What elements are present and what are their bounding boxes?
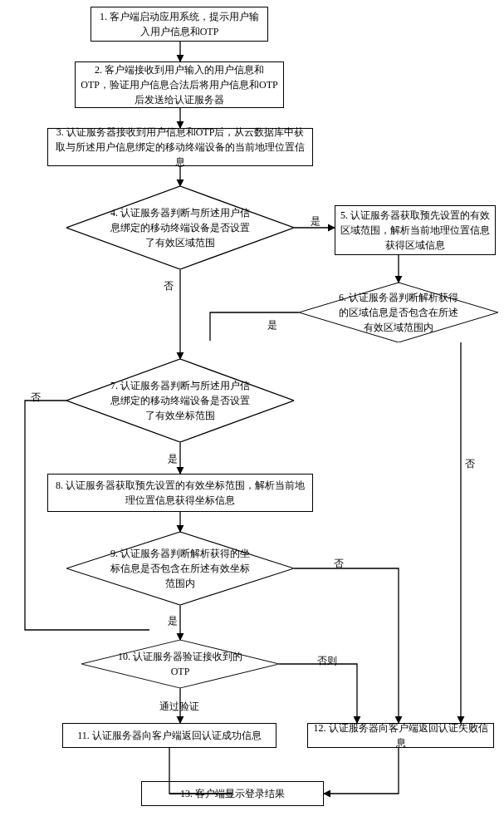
node-2-text: 2. 客户端接收到用户输入的用户信息和OTP，验证用户信息合法后将用户信息和OT…	[81, 62, 278, 107]
label-4-yes: 是	[309, 214, 322, 229]
node-11-text: 11. 认证服务器向客户端返回认证成功信息	[77, 728, 262, 743]
node-2: 2. 客户端接收到用户输入的用户信息和OTP，验证用户信息合法后将用户信息和OT…	[75, 61, 284, 108]
node-6-text: 6. 认证服务器判断解析获得的区域信息是否包含在所述有效区域范围内	[335, 290, 462, 335]
label-4-no: 否	[162, 279, 175, 293]
node-11: 11. 认证服务器向客户端返回认证成功信息	[62, 723, 276, 748]
node-3: 3. 认证服务器接收到用户信息和OTP后，从云数据库中获取与所述用户信息绑定的移…	[47, 128, 313, 166]
label-6-yes: 是	[266, 318, 279, 332]
node-1-text: 1. 客户端启动应用系统，提示用户输入用户信息和OTP	[96, 9, 262, 39]
label-9-no: 否	[332, 557, 345, 571]
node-3-text: 3. 认证服务器接收到用户信息和OTP后，从云数据库中获取与所述用户信息绑定的移…	[53, 125, 307, 170]
node-13: 13. 客户端显示登录结果	[141, 781, 324, 806]
node-1: 1. 客户端启动应用系统，提示用户输入用户信息和OTP	[91, 7, 268, 42]
node-4: 4. 认证服务器判断与所述用户信息绑定的移动终端设备是否设置了有效区域范围	[66, 186, 294, 269]
node-5-text: 5. 认证服务器获取预先设置的有效区域范围，解析当前地理位置信息获得区域信息	[340, 208, 490, 253]
label-9-yes: 是	[166, 614, 179, 628]
node-9-text: 9. 认证服务器判断解析获得的坐标信息是否包含在所述有效坐标范围内	[107, 546, 252, 591]
node-12-text: 12. 认证服务器向客户端返回认证失败信息	[313, 720, 488, 750]
node-9: 9. 认证服务器判断解析获得的坐标信息是否包含在所述有效坐标范围内	[66, 532, 294, 605]
node-13-text: 13. 客户端显示登录结果	[180, 786, 285, 801]
node-4-text: 4. 认证服务器判断与所述用户信息绑定的移动终端设备是否设置了有效区域范围	[107, 205, 252, 250]
node-10-text: 10. 认证服务器验证接收到的OTP	[117, 649, 243, 679]
node-5: 5. 认证服务器获取预先设置的有效区域范围，解析当前地理位置信息获得区域信息	[335, 205, 496, 255]
node-8-text: 8. 认证服务器获取预先设置的有效坐标范围，解析当前地理位置信息获得坐标信息	[53, 478, 307, 508]
node-7-text: 7. 认证服务器判断与所述用户信息绑定的移动终端设备是否设置了有效坐标范围	[107, 378, 252, 423]
label-10-pass: 通过验证	[158, 700, 201, 714]
node-8: 8. 认证服务器获取预先设置的有效坐标范围，解析当前地理位置信息获得坐标信息	[47, 474, 313, 512]
label-6-no: 否	[463, 457, 477, 471]
node-7: 7. 认证服务器判断与所述用户信息绑定的移动终端设备是否设置了有效坐标范围	[66, 359, 294, 442]
node-6: 6. 认证服务器判断解析获得的区域信息是否包含在所述有效区域范围内	[299, 283, 498, 342]
node-10: 10. 认证服务器验证接收到的OTP	[81, 640, 279, 688]
label-10-else: 否则	[316, 654, 339, 668]
label-7-yes: 是	[166, 452, 179, 466]
node-12: 12. 认证服务器向客户端返回认证失败信息	[307, 723, 494, 748]
label-7-no: 否	[29, 391, 42, 405]
